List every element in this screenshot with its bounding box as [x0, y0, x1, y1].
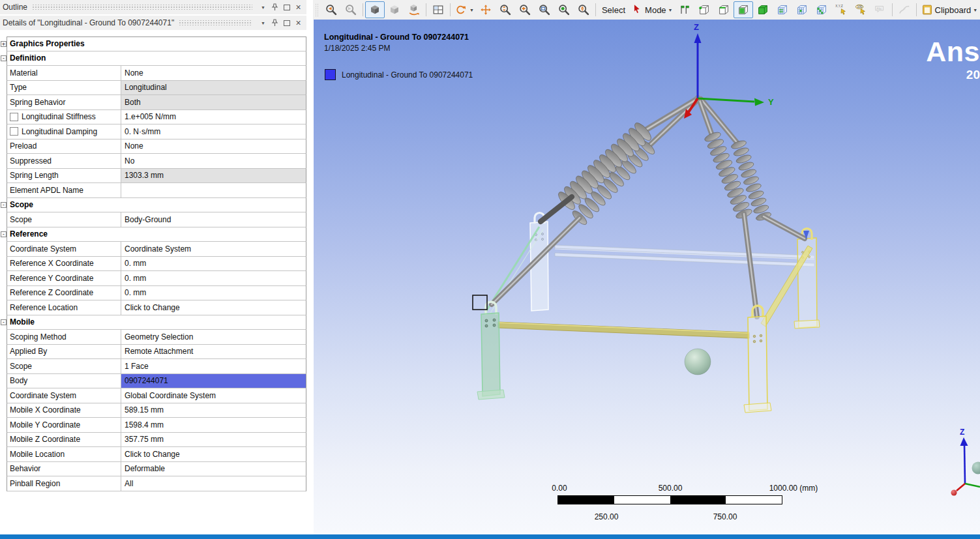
frame-back-rails[interactable] — [555, 245, 814, 267]
viewports-button[interactable] — [428, 1, 448, 18]
details-category-row[interactable]: +Graphics Properties — [7, 36, 306, 51]
outline-maximize-icon[interactable] — [281, 2, 292, 13]
rotate-button[interactable]: ▼ — [453, 1, 476, 18]
details-row[interactable]: Coordinate SystemCoordinate System — [7, 242, 306, 257]
coordinate-triad-corner[interactable]: Z — [951, 428, 980, 496]
details-row-value[interactable]: Global Coordinate System — [121, 388, 306, 403]
box-zoom-button[interactable] — [535, 1, 554, 18]
collapse-icon[interactable]: - — [1, 319, 7, 325]
select-element-button[interactable] — [812, 1, 831, 18]
details-row[interactable]: Scope1 Face — [7, 359, 306, 374]
select-face-button[interactable] — [734, 1, 753, 18]
details-row-value[interactable]: Body-Ground — [121, 212, 306, 227]
details-row[interactable]: Scoping MethodGeometry Selection — [7, 330, 306, 345]
details-row-value[interactable]: 1.e+005 N/mm — [121, 110, 306, 124]
details-row-value[interactable]: Geometry Selection — [121, 330, 306, 344]
details-row[interactable]: Body0907244071 — [7, 374, 306, 389]
details-row[interactable]: Spring BehaviorBoth — [7, 95, 306, 110]
details-row-value[interactable]: Both — [121, 95, 306, 109]
details-row-value[interactable]: Remote Attachment — [121, 345, 306, 359]
details-maximize-icon[interactable] — [281, 18, 292, 29]
coordinate-pick-button[interactable]: X,Y,Z — [831, 1, 851, 18]
magnifier-window-button[interactable] — [574, 1, 593, 18]
details-row-value[interactable]: None — [121, 139, 306, 154]
select-element-face-button[interactable] — [792, 1, 812, 18]
manage-views-button[interactable] — [404, 1, 424, 18]
select-vertex-button[interactable] — [694, 1, 714, 18]
details-row-value[interactable]: No — [121, 154, 306, 168]
details-row-value[interactable] — [121, 183, 306, 197]
pan-button[interactable] — [476, 1, 496, 18]
extend-selection-button[interactable] — [675, 1, 694, 18]
select-body-button[interactable] — [753, 1, 773, 18]
frame-post-front-left[interactable] — [477, 302, 505, 400]
checkbox[interactable] — [10, 127, 18, 136]
outline-pin-icon[interactable] — [269, 2, 280, 13]
details-category-row[interactable]: -Reference — [7, 227, 306, 242]
details-row[interactable]: Applied ByRemote Attachment — [7, 345, 306, 360]
toolbar-drag-handle[interactable] — [315, 3, 319, 16]
details-row-value[interactable]: 0. N·s/mm — [121, 124, 306, 139]
details-row-value[interactable]: Click to Change — [121, 300, 306, 315]
details-row-value[interactable]: 0. mm — [121, 257, 306, 271]
details-row[interactable]: Longitudinal Damping0. N·s/mm — [7, 124, 306, 139]
details-row[interactable]: Coordinate SystemGlobal Coordinate Syste… — [7, 388, 306, 403]
sphere-body[interactable] — [685, 349, 711, 375]
details-row[interactable]: Longitudinal Stiffness1.e+005 N/mm — [7, 110, 306, 125]
details-row-value[interactable]: Deformable — [121, 462, 306, 476]
collapse-icon[interactable]: - — [1, 55, 7, 61]
details-close-icon[interactable]: × — [293, 18, 304, 29]
select-mode-button[interactable]: Mode▼ — [629, 1, 674, 18]
details-pin-icon[interactable] — [269, 18, 280, 29]
details-row[interactable]: BehaviorDeformable — [7, 462, 306, 477]
details-row-value[interactable]: 357.75 mm — [121, 433, 306, 447]
details-row-value[interactable]: 0907244071 — [121, 374, 306, 388]
details-row[interactable]: SuppressedNo — [7, 154, 306, 169]
details-row-value[interactable]: All — [121, 476, 306, 491]
zoom-button[interactable] — [496, 1, 515, 18]
select-node-button[interactable] — [773, 1, 792, 18]
zoom-in-button[interactable] — [515, 1, 535, 18]
details-row-value[interactable]: 1598.4 mm — [121, 418, 306, 432]
details-category-row[interactable]: -Mobile — [7, 315, 306, 330]
zoom-previous-button[interactable] — [321, 1, 341, 18]
frame-post-back-right[interactable] — [794, 229, 820, 328]
collapse-icon[interactable]: - — [1, 202, 7, 208]
details-row-value[interactable]: 1303.3 mm — [121, 169, 306, 183]
details-row[interactable]: Reference X Coordinate0. mm — [7, 257, 306, 272]
details-row[interactable]: Pinball RegionAll — [7, 476, 306, 491]
outline-close-icon[interactable]: × — [293, 2, 304, 13]
details-menu-caret-icon[interactable]: ▼ — [258, 18, 269, 29]
details-row-value[interactable]: Coordinate System — [121, 242, 306, 256]
iso-view-button[interactable] — [365, 1, 385, 18]
details-row-value[interactable]: Longitudinal — [121, 81, 306, 95]
details-category-row[interactable]: -Definition — [7, 51, 306, 66]
details-row[interactable]: PreloadNone — [7, 139, 306, 154]
details-row[interactable]: Mobile X Coordinate589.15 mm — [7, 403, 306, 418]
clipboard-button[interactable]: Clipboard▼ — [919, 1, 980, 18]
details-row-value[interactable]: 1 Face — [121, 359, 306, 373]
details-row[interactable]: MaterialNone — [7, 66, 306, 81]
details-category-row[interactable]: -Scope — [7, 198, 306, 213]
zoom-to-fit-button[interactable] — [554, 1, 574, 18]
checkbox[interactable] — [10, 113, 18, 121]
details-row[interactable]: Reference Z Coordinate0. mm — [7, 286, 306, 301]
details-row[interactable]: ScopeBody-Ground — [7, 212, 306, 227]
details-row[interactable]: Spring Length1303.3 mm — [7, 169, 306, 184]
details-row[interactable]: TypeLongitudinal — [7, 81, 306, 96]
frame-front-rail[interactable] — [498, 322, 749, 338]
details-row[interactable]: Mobile Y Coordinate1598.4 mm — [7, 418, 306, 433]
details-row-value[interactable]: Click to Change — [121, 447, 306, 461]
select-edge-button[interactable] — [714, 1, 734, 18]
details-row-value[interactable]: 589.15 mm — [121, 403, 306, 418]
details-row-value[interactable]: None — [121, 66, 306, 80]
collapse-icon[interactable]: - — [1, 231, 7, 237]
shaded-view-button[interactable] — [385, 1, 404, 18]
probe-pick-button[interactable]: 100 — [851, 1, 870, 18]
details-row[interactable]: Mobile Z Coordinate357.75 mm — [7, 433, 306, 448]
expand-icon[interactable]: + — [1, 41, 7, 47]
details-row[interactable]: Element APDL Name — [7, 183, 306, 198]
details-row-value[interactable]: 0. mm — [121, 286, 306, 300]
details-row[interactable]: Reference Y Coordinate0. mm — [7, 271, 306, 286]
details-row-value[interactable]: 0. mm — [121, 271, 306, 285]
